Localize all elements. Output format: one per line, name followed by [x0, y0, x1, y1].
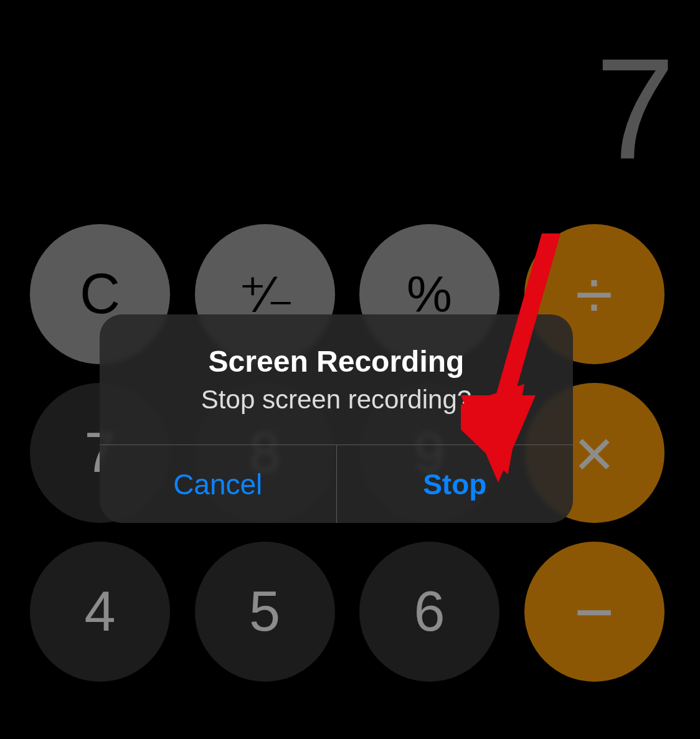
alert-title: Screen Recording: [118, 344, 554, 379]
alert-buttons: Cancel Stop: [100, 445, 573, 523]
stop-button[interactable]: Stop: [337, 445, 574, 523]
screen-recording-alert: Screen Recording Stop screen recording? …: [100, 314, 573, 523]
alert-body: Screen Recording Stop screen recording?: [100, 314, 573, 445]
cancel-button[interactable]: Cancel: [100, 445, 336, 523]
alert-message: Stop screen recording?: [118, 385, 554, 415]
